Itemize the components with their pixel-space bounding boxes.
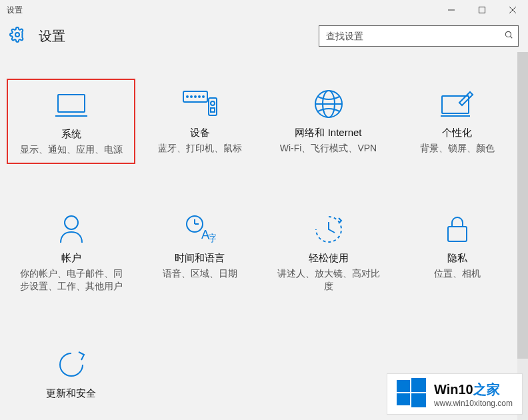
tile-title: 网络和 Internet [295, 127, 361, 139]
tile-system[interactable]: 系统 显示、通知、应用、电源 [7, 79, 135, 164]
tile-title: 系统 [61, 128, 81, 141]
maximize-icon [479, 7, 485, 13]
svg-rect-21 [442, 96, 469, 113]
tile-desc: 你的帐户、电子邮件、同步设置、工作、其他用户 [18, 267, 125, 293]
titlebar: 设置 [0, 0, 528, 20]
tile-title: 轻松使用 [309, 252, 349, 265]
display-icon [55, 87, 87, 124]
time-language-icon: A字 [184, 211, 216, 248]
tile-desc: 蓝牙、打印机、鼠标 [158, 142, 242, 155]
svg-point-4 [15, 33, 19, 37]
globe-icon [313, 85, 344, 123]
tile-title: 更新和安全 [46, 387, 96, 400]
tile-title: 帐户 [61, 252, 81, 265]
close-icon [509, 7, 516, 13]
svg-point-14 [203, 96, 204, 97]
scroll-thumb[interactable] [517, 52, 528, 359]
search-input[interactable] [319, 25, 519, 47]
close-button[interactable] [497, 0, 528, 20]
tile-title: 设备 [190, 127, 210, 139]
search-container [319, 25, 519, 47]
svg-rect-7 [58, 95, 85, 112]
tiles-grid: 系统 显示、通知、应用、电源 设备 蓝牙、打印机、鼠标 [7, 79, 521, 409]
tile-accounts[interactable]: 帐户 你的帐户、电子邮件、同步设置、工作、其他用户 [7, 204, 135, 299]
scrollbar[interactable] [517, 52, 528, 420]
svg-rect-30 [397, 380, 410, 392]
tile-desc: 显示、通知、应用、电源 [20, 143, 123, 156]
tile-title: 隐私 [447, 252, 467, 265]
minimize-icon [448, 7, 455, 13]
window-title: 设置 [0, 5, 23, 16]
tile-desc: 背景、锁屏、颜色 [420, 142, 495, 155]
watermark: Win10之家 www.win10xitong.com [387, 373, 523, 415]
window-controls [436, 0, 528, 20]
search-icon [504, 30, 513, 42]
svg-line-6 [510, 36, 512, 38]
svg-text:字: 字 [208, 233, 216, 243]
tile-time-language[interactable]: A字 时间和语言 语音、区域、日期 [135, 204, 264, 299]
tile-privacy[interactable]: 隐私 位置、相机 [393, 204, 521, 299]
gear-icon [9, 27, 25, 45]
devices-icon [182, 85, 218, 123]
watermark-url: www.win10xitong.com [434, 399, 513, 408]
svg-point-13 [199, 96, 200, 97]
content-area: 系统 显示、通知、应用、电源 设备 蓝牙、打印机、鼠标 [0, 52, 528, 420]
tile-desc: 讲述人、放大镜、高对比度 [275, 267, 382, 293]
svg-point-23 [65, 216, 78, 229]
tile-desc: 语音、区域、日期 [163, 267, 237, 280]
update-icon [56, 346, 87, 383]
maximize-button[interactable] [467, 0, 497, 20]
tile-title: 时间和语言 [175, 252, 225, 265]
svg-point-11 [191, 96, 192, 97]
tile-devices[interactable]: 设备 蓝牙、打印机、鼠标 [135, 79, 264, 164]
tile-desc: Wi-Fi、飞行模式、VPN [280, 142, 377, 155]
svg-point-16 [211, 101, 215, 105]
tile-title: 个性化 [442, 127, 472, 139]
page-title: 设置 [39, 27, 65, 45]
lock-icon [445, 211, 469, 248]
svg-point-10 [187, 96, 188, 97]
header: 设置 [0, 20, 528, 52]
minimize-button[interactable] [436, 0, 467, 20]
tile-update-security[interactable]: 更新和安全 [7, 339, 135, 409]
settings-window: 设置 设置 [0, 0, 528, 420]
svg-rect-29 [448, 227, 467, 241]
ease-icon [313, 211, 344, 248]
personalize-icon [441, 85, 474, 123]
watermark-brand: Win10之家 [434, 381, 513, 399]
user-icon [58, 211, 85, 248]
svg-rect-17 [211, 108, 215, 112]
svg-rect-31 [411, 378, 426, 392]
tile-desc: 位置、相机 [434, 267, 481, 280]
svg-rect-33 [411, 393, 426, 407]
svg-point-5 [505, 31, 511, 37]
svg-rect-1 [479, 7, 485, 13]
tile-ease-of-access[interactable]: 轻松使用 讲述人、放大镜、高对比度 [264, 204, 393, 299]
watermark-text: Win10之家 www.win10xitong.com [434, 381, 513, 408]
windows-logo-icon [397, 378, 426, 410]
tile-personalization[interactable]: 个性化 背景、锁屏、颜色 [393, 79, 521, 164]
svg-rect-32 [397, 393, 410, 405]
tile-network[interactable]: 网络和 Internet Wi-Fi、飞行模式、VPN [264, 79, 393, 164]
svg-rect-15 [209, 98, 217, 115]
svg-point-12 [195, 96, 196, 97]
